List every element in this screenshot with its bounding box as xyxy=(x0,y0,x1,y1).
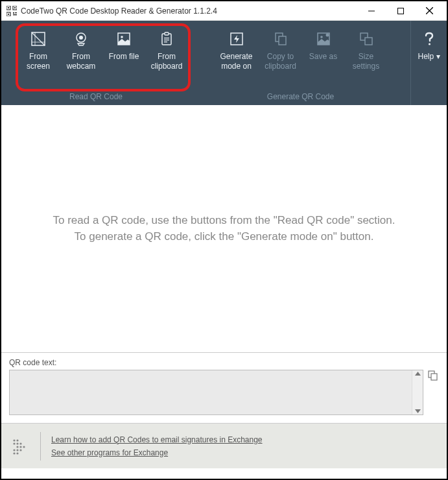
qr-text-area[interactable] xyxy=(9,370,423,415)
svg-rect-22 xyxy=(165,32,169,35)
svg-point-40 xyxy=(16,442,18,444)
svg-rect-24 xyxy=(164,40,169,40)
footer-link-exchange-signatures[interactable]: Learn how to add QR Codes to email signa… xyxy=(51,435,263,444)
svg-point-49 xyxy=(16,452,18,454)
svg-point-45 xyxy=(13,449,15,451)
help-icon xyxy=(421,31,437,47)
size-settings-label: Size settings xyxy=(348,52,385,71)
svg-rect-36 xyxy=(431,374,437,380)
copy-icon xyxy=(273,31,289,47)
copy-to-clipboard-label: Copy to clipboard xyxy=(262,52,300,71)
clipboard-icon xyxy=(159,31,174,47)
svg-rect-10 xyxy=(397,8,403,14)
titlebar: CodeTwo QR Code Desktop Reader & Generat… xyxy=(1,1,447,21)
toolbar: From screen From webcam From file From c… xyxy=(1,21,447,105)
generate-mode-button[interactable]: Generate mode on xyxy=(214,26,259,92)
help-label: Help ▾ xyxy=(418,52,440,62)
close-button[interactable] xyxy=(415,1,444,21)
svg-rect-25 xyxy=(164,42,167,42)
svg-point-48 xyxy=(13,452,15,454)
maximize-button[interactable] xyxy=(386,1,415,21)
hint-line-2: To generate a QR code, click the "Genera… xyxy=(75,229,374,245)
footer: Learn how to add QR Codes to email signa… xyxy=(1,423,447,468)
size-icon xyxy=(359,31,374,47)
save-as-label: Save as xyxy=(309,52,337,62)
from-file-button[interactable]: From file xyxy=(102,26,145,92)
svg-rect-8 xyxy=(13,14,17,16)
from-clipboard-label: From clipboard xyxy=(148,52,185,71)
copy-text-button[interactable] xyxy=(427,370,439,381)
from-screen-button[interactable]: From screen xyxy=(17,26,60,92)
svg-point-37 xyxy=(13,439,15,441)
minimize-button[interactable] xyxy=(357,1,386,21)
svg-point-47 xyxy=(19,449,21,451)
qr-text-label: QR code text: xyxy=(9,358,439,367)
footer-divider xyxy=(40,432,41,461)
from-webcam-label: From webcam xyxy=(62,52,100,71)
app-icon xyxy=(6,6,17,16)
svg-rect-3 xyxy=(14,7,16,8)
window-title: CodeTwo QR Code Desktop Reader & Generat… xyxy=(21,6,357,16)
read-qr-group: From screen From webcam From file From c… xyxy=(1,21,191,105)
footer-arrow-icon xyxy=(10,437,30,456)
read-group-label: Read QR Code xyxy=(69,92,123,105)
help-group: Help ▾ xyxy=(410,21,447,105)
from-clipboard-button[interactable]: From clipboard xyxy=(145,26,188,92)
svg-line-14 xyxy=(32,32,45,45)
from-webcam-button[interactable]: From webcam xyxy=(60,26,102,92)
qr-text-section: QR code text: xyxy=(1,352,447,423)
footer-links: Learn how to add QR Codes to email signa… xyxy=(51,435,263,457)
svg-rect-28 xyxy=(279,36,286,45)
copy-to-clipboard-button[interactable]: Copy to clipboard xyxy=(259,26,302,92)
scroll-up-icon xyxy=(415,372,421,376)
generate-qr-group: Generate mode on Copy to clipboard Save … xyxy=(191,21,410,105)
svg-point-31 xyxy=(325,34,329,37)
svg-rect-23 xyxy=(164,38,169,38)
scrollbar[interactable] xyxy=(412,370,423,414)
size-settings-button[interactable]: Size settings xyxy=(345,26,388,92)
webcam-icon xyxy=(73,31,89,47)
footer-link-other-programs[interactable]: See other programs for Exchange xyxy=(51,448,263,457)
scroll-down-icon xyxy=(415,409,421,413)
svg-point-34 xyxy=(428,43,430,45)
svg-rect-6 xyxy=(13,12,14,14)
copy-small-icon xyxy=(428,370,438,381)
svg-point-42 xyxy=(16,446,18,448)
svg-point-20 xyxy=(121,36,123,38)
from-file-label: From file xyxy=(109,52,139,62)
svg-point-39 xyxy=(13,442,15,444)
svg-point-18 xyxy=(79,36,83,40)
save-icon xyxy=(316,31,331,47)
svg-point-46 xyxy=(16,449,18,451)
hint-line-1: To read a QR code, use the buttons from … xyxy=(53,213,395,229)
gen-group-label: Generate QR Code xyxy=(267,92,334,105)
svg-point-41 xyxy=(19,442,21,444)
help-button[interactable]: Help ▾ xyxy=(411,26,447,93)
svg-rect-7 xyxy=(15,12,17,14)
save-as-button[interactable]: Save as xyxy=(302,26,345,92)
svg-point-44 xyxy=(23,446,25,448)
generate-icon xyxy=(229,31,244,47)
generate-mode-label: Generate mode on xyxy=(217,52,257,71)
svg-point-30 xyxy=(320,36,323,38)
svg-rect-5 xyxy=(8,14,9,15)
svg-rect-33 xyxy=(365,38,372,45)
svg-rect-1 xyxy=(8,7,9,8)
svg-point-43 xyxy=(19,446,21,448)
screen-icon xyxy=(30,31,46,47)
from-screen-label: From screen xyxy=(19,52,57,71)
content-area: To read a QR code, use the buttons from … xyxy=(1,105,447,352)
file-icon xyxy=(116,31,132,47)
svg-point-38 xyxy=(16,439,18,441)
